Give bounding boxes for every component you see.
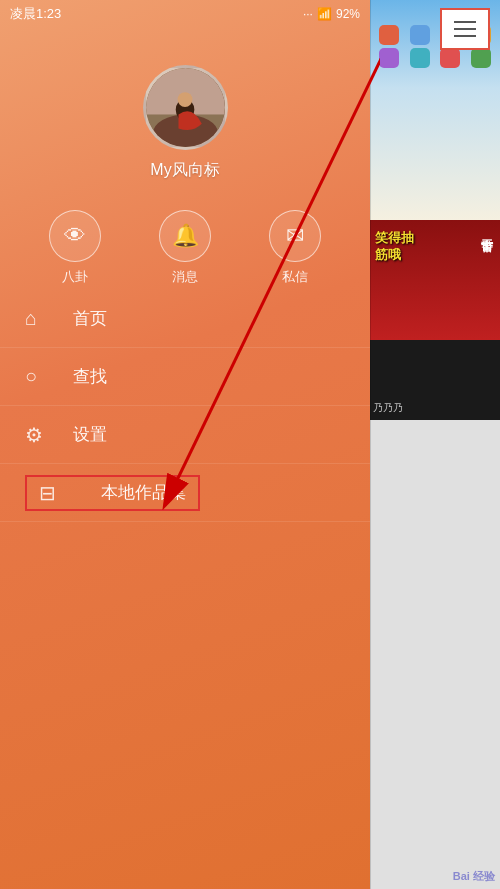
time-display: 凌晨1:23: [10, 5, 61, 23]
gossip-icon: 👁: [49, 210, 101, 262]
home-label: 首页: [73, 307, 107, 330]
watermark-text: Bai 经验: [453, 870, 495, 882]
status-icons: ··· 📶 92%: [303, 7, 360, 21]
status-bar: 凌晨1:23 ··· 📶 92%: [0, 0, 370, 28]
folder-icon: ⊟: [39, 481, 69, 505]
menu-item-local-works[interactable]: ⊟ 本地作品集: [0, 464, 370, 522]
menu-item-search[interactable]: ○ 查找: [0, 348, 370, 406]
panel-separator: [370, 0, 371, 889]
video-title-line2: 筋哦: [375, 247, 414, 264]
action-messages[interactable]: 🔔 消息: [159, 210, 211, 286]
menu-line-1: [454, 21, 476, 23]
gossip-label: 八卦: [62, 268, 88, 286]
hamburger-icon: [454, 21, 476, 37]
settings-label: 设置: [73, 423, 107, 446]
message-icon: 🔔: [159, 210, 211, 262]
search-label: 查找: [73, 365, 107, 388]
menu-list: ⌂ 首页 ○ 查找 ⚙ 设置 ⊟ 本地作品集: [0, 290, 370, 522]
wifi-icon: 📶: [317, 7, 332, 21]
menu-line-3: [454, 35, 476, 37]
status-time: 凌晨1:23: [10, 5, 61, 23]
signal-dots: ···: [303, 7, 313, 21]
baidu-watermark: Bai 经验: [453, 869, 495, 884]
home-icon: ⌂: [25, 307, 55, 330]
battery-display: 92%: [336, 7, 360, 21]
video-title-line1: 笑得抽: [375, 230, 414, 247]
avatar[interactable]: [143, 65, 228, 150]
search-icon: ○: [25, 365, 55, 388]
menu-item-settings[interactable]: ⚙ 设置: [0, 406, 370, 464]
menu-item-home[interactable]: ⌂ 首页: [0, 290, 370, 348]
action-gossip[interactable]: 👁 八卦: [49, 210, 101, 286]
local-works-label: 本地作品集: [101, 481, 186, 504]
svg-point-5: [177, 92, 192, 107]
mail-icon: ✉: [269, 210, 321, 262]
action-private[interactable]: ✉ 私信: [269, 210, 321, 286]
menu-button[interactable]: [440, 8, 490, 50]
private-label: 私信: [282, 268, 308, 286]
avatar-section: My风向标: [0, 45, 370, 181]
video-bottom-text-1: 乃乃乃: [373, 401, 403, 415]
right-bottom-video: 笑得抽 筋哦 于警市 乃乃乃: [370, 220, 500, 420]
settings-icon: ⚙: [25, 423, 55, 447]
action-row: 👁 八卦 🔔 消息 ✉ 私信: [0, 210, 370, 286]
username: My风向标: [150, 160, 219, 181]
messages-label: 消息: [172, 268, 198, 286]
menu-line-2: [454, 28, 476, 30]
highlight-box: ⊟ 本地作品集: [25, 475, 200, 511]
